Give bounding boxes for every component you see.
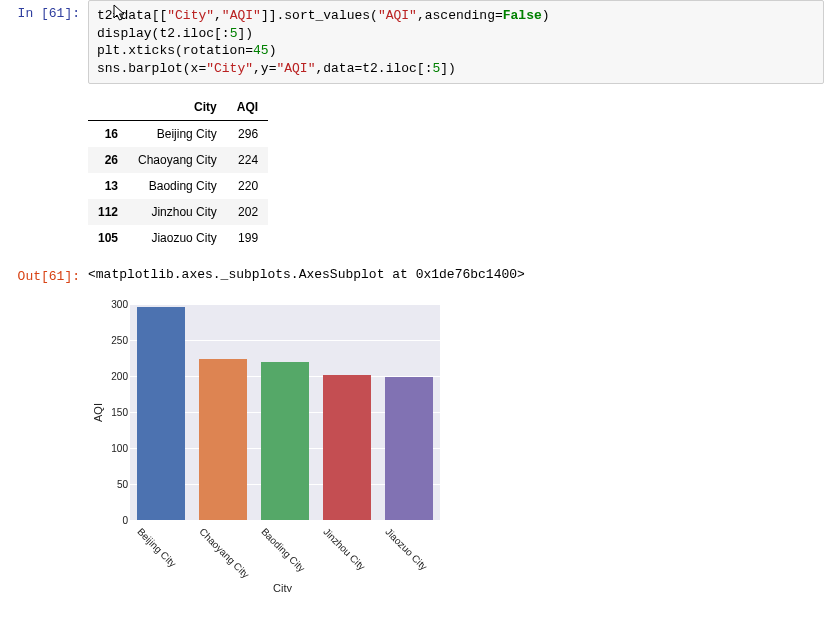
bars-container bbox=[130, 304, 440, 520]
code-token: sns.barplot(x= bbox=[97, 61, 206, 76]
code-token: "AQI" bbox=[222, 8, 261, 23]
in-prompt: In [61]: bbox=[0, 0, 88, 84]
dataframe-table: City AQI 16 Beijing City 296 26 Chaoyang… bbox=[88, 94, 268, 251]
dataframe-output: City AQI 16 Beijing City 296 26 Chaoyang… bbox=[0, 94, 828, 251]
code-token: "AQI" bbox=[276, 61, 315, 76]
repr-text: <matplotlib.axes._subplots.AxesSubplot a… bbox=[88, 263, 525, 292]
cell-aqi: 224 bbox=[227, 147, 268, 173]
input-cell: In [61]: t2=data[["City","AQI"]].sort_va… bbox=[0, 0, 828, 84]
gridline bbox=[130, 520, 440, 521]
out-prompt: Out[61]: bbox=[0, 263, 88, 292]
code-token: "City" bbox=[167, 8, 214, 23]
code-token: ,data=t2.iloc[: bbox=[315, 61, 432, 76]
cell-city: Jiaozuo City bbox=[128, 225, 227, 251]
x-tick-label: Jinzhou City bbox=[321, 526, 367, 572]
code-token: ,y= bbox=[253, 61, 276, 76]
bar bbox=[137, 307, 185, 520]
table-row: 13 Baoding City 220 bbox=[88, 173, 268, 199]
code-input[interactable]: t2=data[["City","AQI"]].sort_values("AQI… bbox=[88, 0, 824, 84]
y-tick-label: 100 bbox=[94, 443, 128, 454]
bar bbox=[385, 377, 433, 520]
cell-aqi: 220 bbox=[227, 173, 268, 199]
x-tick-label: Beijing City bbox=[135, 526, 178, 569]
code-token: ]) bbox=[440, 61, 456, 76]
code-token: ,ascending= bbox=[417, 8, 503, 23]
output-cell: Out[61]: <matplotlib.axes._subplots.Axes… bbox=[0, 263, 828, 292]
bar-chart: AQI City 050100150200250300Beijing CityC… bbox=[88, 302, 448, 592]
table-header-index bbox=[88, 94, 128, 121]
table-row: 105 Jiaozuo City 199 bbox=[88, 225, 268, 251]
row-index: 26 bbox=[88, 147, 128, 173]
code-token: ) bbox=[269, 43, 277, 58]
y-tick-label: 250 bbox=[94, 335, 128, 346]
x-axis-label: City bbox=[273, 582, 292, 592]
code-token: False bbox=[503, 8, 542, 23]
bar bbox=[323, 375, 371, 520]
chart-output: AQI City 050100150200250300Beijing CityC… bbox=[0, 302, 828, 592]
cell-city: Baoding City bbox=[128, 173, 227, 199]
x-tick-label: Baoding City bbox=[259, 526, 307, 574]
row-index: 13 bbox=[88, 173, 128, 199]
table-header-aqi: AQI bbox=[227, 94, 268, 121]
code-token: ]) bbox=[237, 26, 253, 41]
y-tick-label: 150 bbox=[94, 407, 128, 418]
code-token: , bbox=[214, 8, 222, 23]
y-tick-label: 50 bbox=[94, 479, 128, 490]
row-index: 16 bbox=[88, 121, 128, 148]
table-header-city: City bbox=[128, 94, 227, 121]
y-tick-label: 0 bbox=[94, 515, 128, 526]
cell-aqi: 202 bbox=[227, 199, 268, 225]
code-token: t2 bbox=[97, 8, 113, 23]
row-index: 105 bbox=[88, 225, 128, 251]
code-token: "AQI" bbox=[378, 8, 417, 23]
table-row: 112 Jinzhou City 202 bbox=[88, 199, 268, 225]
code-token: ) bbox=[542, 8, 550, 23]
code-token: display(t2.iloc[: bbox=[97, 26, 230, 41]
row-index: 112 bbox=[88, 199, 128, 225]
code-token: 45 bbox=[253, 43, 269, 58]
y-tick-label: 300 bbox=[94, 299, 128, 310]
cell-city: Jinzhou City bbox=[128, 199, 227, 225]
x-tick-label: Chaoyang City bbox=[197, 526, 251, 580]
table-row: 26 Chaoyang City 224 bbox=[88, 147, 268, 173]
code-token: "City" bbox=[206, 61, 253, 76]
cell-city: Chaoyang City bbox=[128, 147, 227, 173]
bar bbox=[261, 362, 309, 520]
cell-city: Beijing City bbox=[128, 121, 227, 148]
y-tick-label: 200 bbox=[94, 371, 128, 382]
code-token: ]].sort_values( bbox=[261, 8, 378, 23]
x-tick-label: Jiaozuo City bbox=[383, 526, 429, 572]
table-row: 16 Beijing City 296 bbox=[88, 121, 268, 148]
cell-aqi: 199 bbox=[227, 225, 268, 251]
bar bbox=[199, 359, 247, 520]
cell-aqi: 296 bbox=[227, 121, 268, 148]
code-token: plt.xticks(rotation= bbox=[97, 43, 253, 58]
code-token: data[[ bbox=[120, 8, 167, 23]
